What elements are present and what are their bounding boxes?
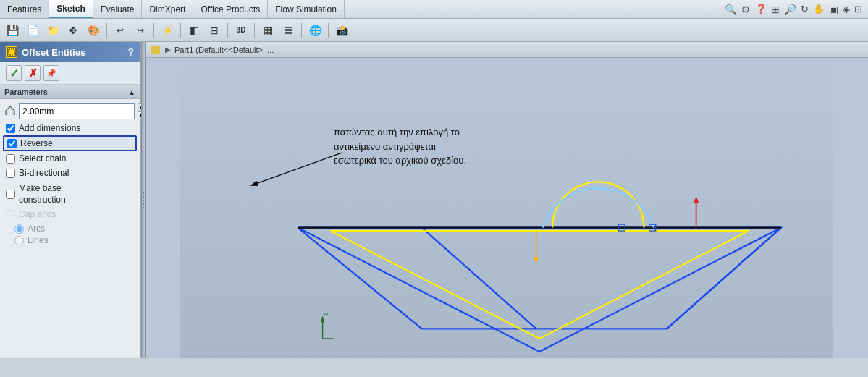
menu-features[interactable]: Features	[0, 0, 49, 18]
panel-header: Offset Entities ?	[0, 42, 140, 62]
toolbar-separator-2	[153, 23, 154, 38]
parameters-label: Parameters	[4, 88, 48, 96]
toolbar-move[interactable]: ✥	[64, 21, 83, 40]
toolbar-separator-4	[227, 23, 228, 38]
cap-ends-checkbox[interactable]	[6, 210, 15, 219]
sketch-canvas: Y	[146, 58, 868, 358]
arcs-label: Arcs	[28, 224, 45, 234]
select-chain-row: Select chain	[0, 151, 140, 166]
toolbar-folder[interactable]: 📁	[43, 21, 62, 40]
canvas-area[interactable]: ▶ Part1 (Default<<Default>_...	[146, 42, 868, 358]
bi-directional-checkbox[interactable]	[6, 169, 15, 178]
toolbar-display2[interactable]: ▤	[279, 21, 298, 40]
select-chain-checkbox[interactable]	[6, 154, 15, 164]
add-dimensions-row: Add dimensions	[0, 121, 140, 135]
resize-dot	[143, 207, 144, 208]
lines-radio-row: Lines	[14, 234, 134, 246]
settings-icon[interactable]: ⚙	[741, 4, 751, 15]
menu-evaluate[interactable]: Evaluate	[93, 0, 143, 18]
resize-dot	[143, 203, 144, 205]
toolbar-separator-7	[328, 23, 329, 38]
breadcrumb-text: Part1 (Default<<Default>_...	[174, 46, 274, 54]
breadcrumb-icon	[151, 46, 160, 54]
bi-directional-label: Bi-directional	[19, 168, 69, 178]
confirm-button[interactable]: ✓	[6, 65, 22, 81]
section-collapse-arrow: ▲	[128, 88, 135, 96]
display-icon[interactable]: ▣	[829, 4, 838, 15]
zoom-icon[interactable]: 🔎	[784, 4, 796, 15]
reverse-label: Reverse	[20, 138, 53, 148]
toolbar-view2[interactable]: ⊟	[205, 21, 224, 40]
toolbar-redo[interactable]: ↪	[131, 21, 150, 40]
main-area: Offset Entities ? ✓ ✗ 📌 Parameters ▲ ▲	[0, 42, 868, 358]
svg-text:Y: Y	[324, 312, 328, 319]
toolbar-new[interactable]: 📄	[23, 21, 42, 40]
toolbar-separator-6	[301, 23, 302, 38]
menu-dimxpert[interactable]: DimXpert	[142, 0, 193, 18]
arcs-radio-row: Arcs	[14, 223, 134, 234]
toolbar-display1[interactable]: ▦	[258, 21, 277, 40]
panel-help-button[interactable]: ?	[127, 46, 134, 58]
panel-title: Offset Entities	[22, 47, 85, 58]
rotate-icon[interactable]: ↻	[801, 4, 809, 14]
reverse-row: Reverse	[3, 135, 137, 151]
pin-button[interactable]: 📌	[43, 65, 59, 81]
left-panel: Offset Entities ? ✓ ✗ 📌 Parameters ▲ ▲	[0, 42, 141, 358]
toolbar-save[interactable]: 💾	[3, 21, 22, 40]
offset-row: ▲ ▼	[0, 99, 140, 121]
reverse-checkbox[interactable]	[7, 139, 17, 148]
make-base-label: Make baseconstruction	[19, 183, 66, 206]
menu-flow-simulation[interactable]: Flow Simulation	[268, 0, 345, 18]
resize-dot	[143, 196, 144, 198]
toolbar-row: 💾 📄 📁 ✥ 🎨 ↩ ↪ ⚡ ◧ ⊟ 3D ▦ ▤ 🌐 📸	[0, 19, 868, 42]
menu-sketch[interactable]: Sketch	[49, 0, 93, 18]
svg-rect-2	[180, 58, 833, 358]
render-icon[interactable]: ◈	[843, 4, 850, 14]
add-dimensions-checkbox[interactable]	[6, 124, 15, 133]
resize-dot	[143, 192, 144, 194]
parameters-section-header[interactable]: Parameters ▲	[0, 85, 140, 99]
extra-icon[interactable]: ⊡	[854, 4, 862, 14]
help-icon[interactable]: ❓	[755, 4, 767, 14]
toolbar-separator-5	[254, 23, 255, 38]
svg-rect-1	[9, 49, 14, 55]
toolbar-undo[interactable]: ↩	[111, 21, 130, 40]
offset-icon	[4, 105, 16, 118]
toolbar-screenshot[interactable]: 📸	[332, 21, 351, 40]
bi-directional-row: Bi-directional	[0, 166, 140, 180]
panel-header-icon	[6, 46, 17, 58]
menu-office-products[interactable]: Office Products	[193, 0, 268, 18]
arcs-radio[interactable]	[14, 224, 24, 234]
toolbar-separator-3	[180, 23, 181, 38]
search-icon[interactable]: 🔍	[725, 4, 737, 15]
panel-actions: ✓ ✗ 📌	[0, 62, 140, 85]
toolbar-rebuild[interactable]: ⚡	[158, 21, 177, 40]
toolbar-3d[interactable]: 3D	[232, 21, 250, 40]
lines-radio[interactable]	[14, 236, 24, 245]
offset-value-input[interactable]	[19, 103, 135, 119]
resize-dot	[143, 200, 144, 201]
lines-label: Lines	[28, 235, 49, 245]
select-chain-label: Select chain	[19, 153, 66, 164]
view-icon[interactable]: ⊞	[771, 4, 780, 15]
part-icon: ▶	[165, 46, 171, 54]
cancel-button[interactable]: ✗	[25, 65, 41, 81]
breadcrumb-bar: ▶ Part1 (Default<<Default>_...	[146, 42, 868, 58]
toolbar-color[interactable]: 🎨	[84, 21, 103, 40]
cap-ends-label: Cap ends	[19, 209, 56, 219]
toolbar-separator-1	[106, 23, 107, 38]
menu-bar: Features Sketch Evaluate DimXpert Office…	[0, 0, 868, 19]
toolbar-appearance[interactable]: 🌐	[306, 21, 324, 40]
toolbar-view1[interactable]: ◧	[185, 21, 203, 40]
cap-ends-row: Cap ends	[0, 207, 140, 221]
make-base-row: Make baseconstruction	[0, 180, 140, 207]
add-dimensions-label: Add dimensions	[19, 123, 80, 133]
make-base-checkbox[interactable]	[6, 190, 15, 199]
pan-icon[interactable]: ✋	[813, 4, 825, 14]
radio-group: Arcs Lines	[0, 221, 140, 247]
